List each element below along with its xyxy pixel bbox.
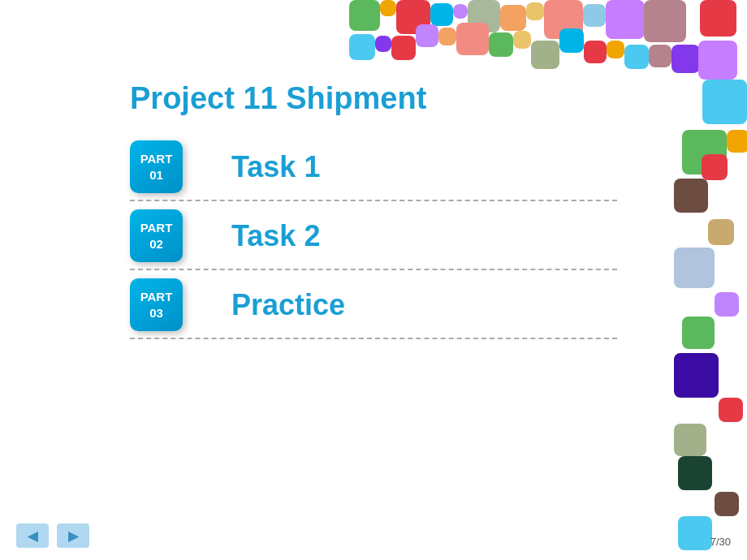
- part-badge-3: PART 03: [130, 278, 183, 331]
- right-decorative-squares: [666, 0, 747, 560]
- task-1-label: Task 1: [231, 150, 320, 184]
- part-row-3: PART 03 Practice: [130, 278, 617, 339]
- main-content: Project 11 Shipment PART 01 Task 1 PART …: [130, 65, 617, 347]
- part-badge-1: PART 01: [130, 140, 183, 193]
- part-row-2: PART 02 Task 2: [130, 209, 617, 270]
- part-badge-2: PART 02: [130, 209, 183, 262]
- part-badge-2-line2: 02: [149, 236, 163, 252]
- part-badge-1-line2: 01: [149, 167, 163, 183]
- page-number: 7/30: [710, 536, 731, 548]
- bottom-nav: ◀ ▶: [16, 523, 89, 548]
- next-button[interactable]: ▶: [57, 523, 89, 548]
- part-badge-3-line2: 03: [149, 305, 163, 321]
- prev-button[interactable]: ◀: [16, 523, 49, 548]
- part-badge-3-line1: PART: [140, 289, 173, 305]
- task-2-label: Task 2: [231, 219, 320, 253]
- page-title: Project 11 Shipment: [130, 81, 617, 116]
- part-badge-1-line1: PART: [140, 151, 173, 167]
- part-row-1: PART 01 Task 1: [130, 140, 617, 201]
- practice-label: Practice: [231, 288, 345, 322]
- part-badge-2-line1: PART: [140, 220, 173, 236]
